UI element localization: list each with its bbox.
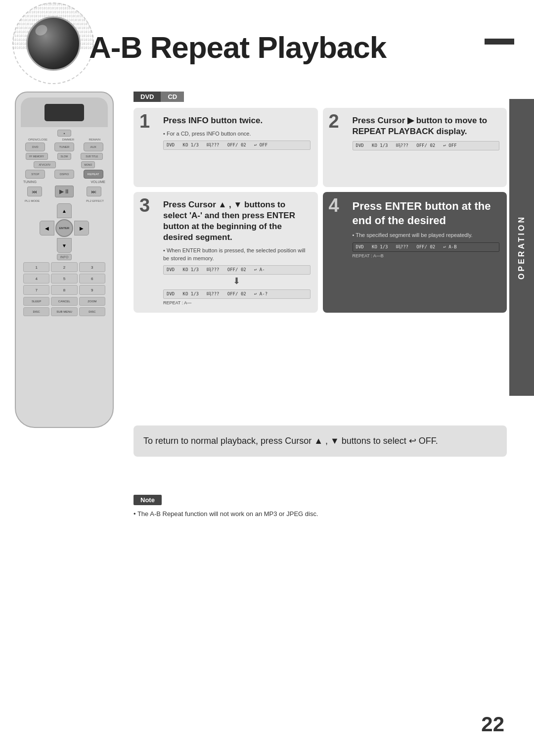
step-1-display: DVD KO 1/3 吗??? OFF/ 02 ↩ OFF [163, 141, 311, 150]
bottom-note-box: To return to normal playback, press Curs… [134, 425, 507, 457]
dpad-area: ▲ ◀ ENTER ▶ ▼ [21, 203, 108, 253]
step-3-box: 3 Press Cursor ▲ , ▼ buttons to select '… [134, 192, 318, 313]
remote-body: ▲ OPEN/CLOSE DIMMER REMAIN DVD TUNER AUX… [15, 92, 114, 428]
info-btn[interactable]: INFO [57, 254, 72, 260]
step-1-content: Press INFO button twice. • For a CD, pre… [163, 115, 311, 150]
transport-controls: ⏮ ▶⏸ ⏭ [21, 186, 108, 197]
ff-memory-btn[interactable]: FF MEMORY [26, 153, 48, 160]
disc-btn[interactable]: DISC [23, 307, 49, 316]
dspio-btn[interactable]: DSPIO [54, 170, 74, 179]
enter-center-btn[interactable]: ENTER [55, 219, 73, 237]
tuning-volume-labels: TUNING VOLUME [21, 180, 108, 184]
remote-top [21, 97, 108, 127]
cancel-btn[interactable]: CANCEL [51, 297, 77, 306]
atv-catv-btn[interactable]: ATV/CATV [34, 161, 56, 168]
step-3-title: Press Cursor ▲ , ▼ buttons to select 'A-… [163, 199, 311, 243]
operation-label: OPERATION [517, 215, 526, 280]
num-6-btn[interactable]: 6 [79, 274, 105, 284]
remote-row-1: ▲ [21, 130, 108, 137]
sub-menu-btn[interactable]: SUB MENU [51, 307, 77, 316]
dpad-down-btn[interactable]: ▼ [57, 238, 72, 253]
dpad: ▲ ◀ ENTER ▶ ▼ [40, 203, 89, 253]
note-text: • The A-B Repeat function will not work … [134, 509, 507, 519]
step-2-box: 2 Press Cursor ▶ button to move to REPEA… [323, 108, 507, 187]
remote-control-area: ▲ OPEN/CLOSE DIMMER REMAIN DVD TUNER AUX… [15, 92, 129, 438]
step-3-number: 3 [139, 196, 150, 215]
step-4-display: DVD KO 1/3 吗??? OFF/ 02 ↩ A-B [353, 242, 500, 252]
remote-source-row: DVD TUNER AUX [21, 142, 108, 151]
disc2-btn[interactable]: DISC [79, 307, 105, 316]
page-title: A-B Repeat Playback [89, 30, 386, 65]
step-3-note: • When ENTER button is pressed, the sele… [163, 247, 311, 262]
numpad: 1 2 3 4 5 6 7 8 9 [21, 262, 108, 295]
main-content: DVD CD 1 Press INFO button twice. • For … [134, 92, 507, 477]
note-label: Note [134, 495, 162, 505]
step-2-display: DVD KO 1/3 吗??? OFF/ 02 ↩ OFF [353, 141, 500, 150]
step-4-number: 4 [329, 196, 339, 215]
info-area: INFO [21, 254, 108, 260]
cd-badge: CD [161, 92, 184, 102]
num-7-btn[interactable]: 7 [23, 285, 49, 295]
step-3-display1: DVD KO 1/3 吗??? OFF/ 02 ↩ A- [163, 265, 311, 275]
stop-btn[interactable]: STOP [25, 170, 45, 179]
play-pause-btn[interactable]: ▶⏸ [55, 186, 74, 197]
steps-grid: 1 Press INFO button twice. • For a CD, p… [134, 108, 507, 313]
remote-func-row2: ATV/CATV MONO [21, 161, 108, 168]
next-btn[interactable]: ⏭ [87, 187, 101, 196]
remote-bottom-btns: SLEEP CANCEL ZOOM DISC SUB MENU DISC [21, 297, 108, 316]
zoom-btn[interactable]: ZOOM [79, 297, 105, 306]
step-3-repeat-label: REPEAT : A— [163, 300, 311, 305]
step-2-number: 2 [329, 112, 339, 131]
num-2-btn[interactable]: 2 [51, 262, 77, 272]
sub-title-btn[interactable]: SUB TITLE [81, 153, 103, 160]
step-4-box: 4 Press ENTER button at the end of the d… [323, 192, 507, 313]
dpad-up-btn[interactable]: ▲ [57, 203, 72, 218]
sleep-btn[interactable]: SLEEP [23, 297, 49, 306]
mode-row: PL1 MODE PL2 EFFECT [21, 199, 108, 202]
dvd-btn[interactable]: DVD [25, 142, 45, 151]
mono-btn[interactable]: MONO [81, 161, 95, 168]
dvd-badge: DVD [134, 92, 161, 102]
bottom-note-text: To return to normal playback, press Curs… [143, 434, 497, 448]
dpad-right-btn[interactable]: ▶ [74, 221, 89, 236]
open-close-btn[interactable]: ▲ [57, 130, 71, 137]
remote-func-row1: FF MEMORY SLOW SUB TITLE [21, 153, 108, 160]
step-3-arrow: ⬇ [163, 276, 311, 286]
step-4-content: Press ENTER button at the end of the des… [353, 199, 500, 258]
tuner-btn[interactable]: TUNER [54, 142, 74, 151]
num-3-btn[interactable]: 3 [79, 262, 105, 272]
page-number: 22 [481, 712, 504, 736]
page-header: A-B Repeat Playback [0, 0, 534, 89]
step-4-repeat-label: REPEAT : A—B [353, 253, 500, 258]
step-3-display2: DVD KO 1/3 吗??? OFF/ 02 ↩ A-? [163, 289, 311, 299]
step-1-note: • For a CD, press INFO button once. [163, 130, 311, 138]
step-2-title: Press Cursor ▶ button to move to REPEAT … [353, 115, 500, 137]
step-1-box: 1 Press INFO button twice. • For a CD, p… [134, 108, 318, 187]
prev-btn[interactable]: ⏮ [27, 187, 42, 196]
step-1-title: Press INFO button twice. [163, 115, 311, 126]
num-9-btn[interactable]: 9 [79, 285, 105, 295]
repeat-btn[interactable]: REPEAT [84, 170, 103, 179]
dpad-left-btn[interactable]: ◀ [40, 221, 54, 236]
remote-display [44, 104, 84, 121]
num-1-btn[interactable]: 1 [23, 262, 49, 272]
remote-row-top-labels: OPEN/CLOSE DIMMER REMAIN [21, 138, 108, 141]
step-3-content: Press Cursor ▲ , ▼ buttons to select 'A-… [163, 199, 311, 305]
step-4-title: Press ENTER button at the end of the des… [353, 199, 500, 228]
num-8-btn[interactable]: 8 [51, 285, 77, 295]
remote-stop-row: STOP DSPIO REPEAT [21, 170, 108, 179]
note-box: Note • The A-B Repeat function will not … [134, 495, 507, 519]
step-1-number: 1 [139, 112, 150, 131]
step-4-note: • The specified segment will be played r… [353, 232, 500, 239]
operation-sidebar: OPERATION [509, 99, 534, 396]
title-bar-decoration [485, 39, 514, 45]
step-2-content: Press Cursor ▶ button to move to REPEAT … [353, 115, 500, 150]
aux-btn[interactable]: AUX [84, 142, 103, 151]
slow-btn[interactable]: SLOW [57, 153, 71, 160]
num-5-btn[interactable]: 5 [51, 274, 77, 284]
num-4-btn[interactable]: 4 [23, 274, 49, 284]
dvd-cd-badge: DVD CD [134, 92, 507, 102]
